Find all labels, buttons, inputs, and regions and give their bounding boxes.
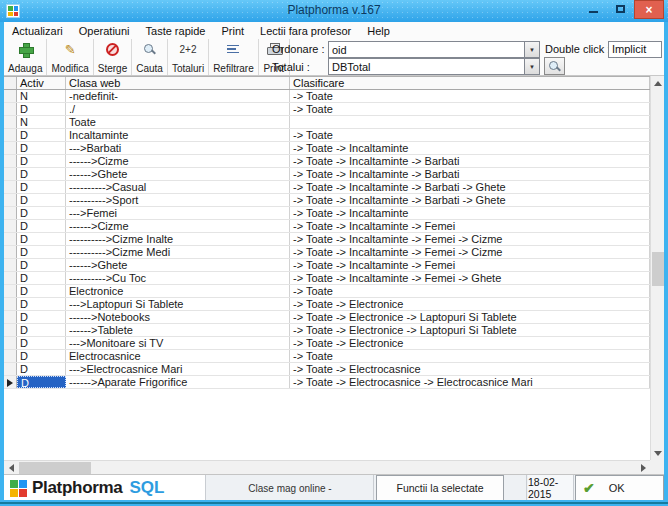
cell-clasificare[interactable]: -> Toate [290,90,650,102]
cell-activ[interactable]: D [17,337,66,349]
cell-clasa-web[interactable]: ------>Ghete [66,259,290,271]
horizontal-scrollbar-thumb[interactable] [19,462,91,474]
cell-clasificare[interactable]: -> Toate -> Incaltaminte -> Femei [290,259,650,271]
cell-activ[interactable]: D [17,220,66,232]
row-selector-cell[interactable] [4,376,17,388]
cell-activ[interactable]: D [17,363,66,375]
row-selector-cell[interactable] [4,233,17,245]
menu-item-help[interactable]: Help [359,24,398,38]
scroll-left-button[interactable] [4,461,18,475]
vertical-scrollbar-thumb[interactable] [652,252,664,286]
row-selector-cell[interactable] [4,168,17,180]
column-header-activ[interactable]: Activ [17,77,66,89]
cell-activ[interactable]: D [17,311,66,323]
scroll-right-button[interactable] [636,461,650,475]
row-selector-cell[interactable] [4,90,17,102]
cell-clasificare[interactable]: -> Toate -> Incaltaminte -> Femei -> Ghe… [290,272,650,284]
cell-clasa-web[interactable]: ------>Notebooks [66,311,290,323]
chevron-down-icon[interactable]: ▼ [524,59,539,74]
row-selector-cell[interactable] [4,207,17,219]
row-selector-cell[interactable] [4,116,17,128]
cell-clasa-web[interactable]: --->Monitoare si TV [66,337,290,349]
cell-activ[interactable]: D [17,246,66,258]
row-selector-cell[interactable] [4,311,17,323]
cell-activ[interactable]: D [17,285,66,297]
cell-clasa-web[interactable]: Electrocasnice [66,350,290,362]
cell-clasificare[interactable]: -> Toate -> Electrocasnice [290,363,650,375]
table-row[interactable]: D ------>Cizme -> Toate -> Incaltaminte … [4,220,650,233]
row-selector-cell[interactable] [4,181,17,193]
cell-clasa-web[interactable]: ---------->Cu Toc [66,272,290,284]
table-row[interactable]: D ---------->Cizme Medi -> Toate -> Inca… [4,246,650,259]
row-selector-cell[interactable] [4,220,17,232]
row-selector-cell[interactable] [4,155,17,167]
menu-item-operatiuni[interactable]: Operatiuni [71,24,138,38]
row-selector-cell[interactable] [4,142,17,154]
table-row[interactable]: D ------>Tablete -> Toate -> Electronice… [4,324,650,337]
cell-clasa-web[interactable]: --->Electrocasnice Mari [66,363,290,375]
cell-clasificare[interactable]: -> Toate -> Incaltaminte [290,142,650,154]
horizontal-scrollbar[interactable] [4,460,650,474]
table-row[interactable]: N -nedefinit- -> Toate [4,90,650,103]
table-row[interactable]: D --->Barbati -> Toate -> Incaltaminte [4,142,650,155]
cell-clasificare[interactable]: -> Toate -> Incaltaminte -> Femei -> Ciz… [290,246,650,258]
scroll-up-button[interactable] [651,76,665,90]
functii-la-selectate-button[interactable]: Functii la selectate [376,475,504,501]
cell-clasa-web[interactable]: ---------->Casual [66,181,290,193]
menu-item-taste-rapide[interactable]: Taste rapide [138,24,214,38]
menu-item-print[interactable]: Print [213,24,252,38]
cell-activ[interactable]: D [17,324,66,336]
table-row[interactable]: D Incaltaminte -> Toate [4,129,650,142]
cell-activ[interactable]: D [17,272,66,284]
row-selector-cell[interactable] [4,363,17,375]
cell-clasa-web[interactable]: --->Barbati [66,142,290,154]
cell-activ[interactable]: D [17,142,66,154]
cell-clasa-web[interactable]: ------>Ghete [66,168,290,180]
modifica-button[interactable]: ✎ Modifica [47,39,93,75]
cell-clasa-web[interactable]: ---------->Cizme Medi [66,246,290,258]
table-row[interactable]: D ---------->Casual -> Toate -> Incaltam… [4,181,650,194]
row-selector-cell[interactable] [4,337,17,349]
cell-clasificare[interactable] [290,116,650,128]
scroll-down-button[interactable] [651,446,665,460]
column-header-clasa-web[interactable]: Clasa web [66,77,290,89]
cell-clasificare[interactable]: -> Toate [290,103,650,115]
cell-activ[interactable]: N [17,90,66,102]
title-bar[interactable]: Platphorma v.167 × [0,0,668,22]
cell-clasificare[interactable]: -> Toate -> Incaltaminte -> Femei -> Ciz… [290,233,650,245]
cell-clasificare[interactable]: -> Toate -> Incaltaminte -> Femei [290,220,650,232]
menu-item-actualizari[interactable]: Actualizari [4,24,71,38]
cell-clasa-web[interactable]: ---------->Cizme Inalte [66,233,290,245]
cell-activ[interactable]: N [17,116,66,128]
cell-clasa-web[interactable]: ------>Tablete [66,324,290,336]
menu-item-lectii-fara-profesor[interactable]: Lectii fara profesor [252,24,359,38]
cell-activ[interactable]: D [17,194,66,206]
table-row[interactable]: D ---------->Cizme Inalte -> Toate -> In… [4,233,650,246]
row-selector-cell[interactable] [4,272,17,284]
table-row[interactable]: D ------>Notebooks -> Toate -> Electroni… [4,311,650,324]
cell-clasificare[interactable]: -> Toate -> Electronice [290,337,650,349]
cell-activ[interactable]: D [17,155,66,167]
sterge-button[interactable]: Sterge [94,39,132,75]
cell-clasificare[interactable]: -> Toate [290,129,650,141]
table-row[interactable]: N Toate [4,116,650,129]
cell-clasa-web[interactable]: ---------->Sport [66,194,290,206]
close-button[interactable]: × [634,0,664,19]
cell-clasificare[interactable]: -> Toate -> Incaltaminte -> Barbati -> G… [290,194,650,206]
ordonare-combobox[interactable]: oid ▼ [328,41,540,58]
cell-clasa-web[interactable]: --->Laptopuri Si Tablete [66,298,290,310]
totaluri-button[interactable]: 2+2 Totaluri [168,39,209,75]
table-row[interactable]: D ---------->Sport -> Toate -> Incaltami… [4,194,650,207]
cell-activ[interactable]: D [17,129,66,141]
cell-clasificare[interactable]: -> Toate [290,285,650,297]
row-selector-cell[interactable] [4,246,17,258]
cell-activ[interactable]: D [17,207,66,219]
cell-clasa-web[interactable]: Incaltaminte [66,129,290,141]
row-selector-cell[interactable] [4,285,17,297]
cell-clasificare[interactable]: -> Toate -> Incaltaminte -> Barbati [290,168,650,180]
cell-clasa-web[interactable]: --->Femei [66,207,290,219]
table-row[interactable]: D ------>Aparate Frigorifice -> Toate ->… [4,376,650,389]
vertical-scrollbar[interactable] [650,76,664,460]
minimize-button[interactable] [580,0,607,18]
row-selector-cell[interactable] [4,194,17,206]
